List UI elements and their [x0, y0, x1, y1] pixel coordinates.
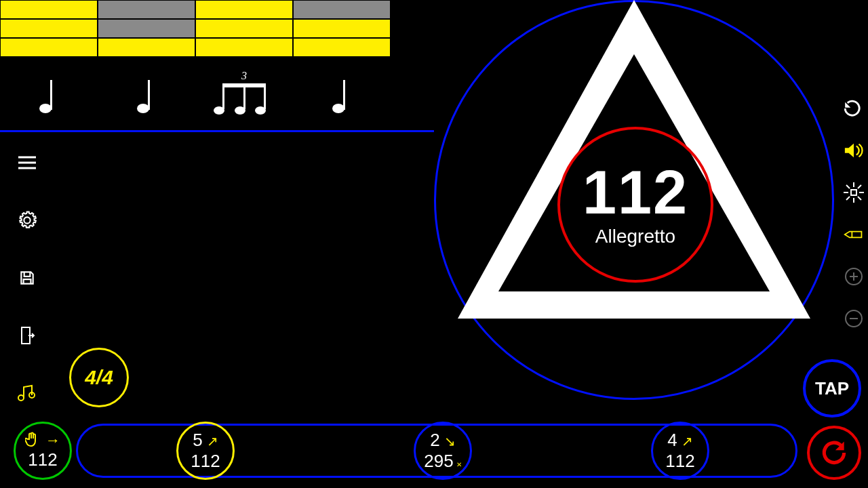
current-preset[interactable]: → 112 — [14, 422, 72, 480]
svg-text:3: 3 — [241, 71, 247, 81]
save-icon[interactable] — [17, 268, 37, 288]
arrow-up-icon: ↗ — [207, 434, 218, 449]
time-signature-label: 4/4 — [85, 366, 113, 389]
plus-icon[interactable] — [844, 266, 864, 287]
tap-label: TAP — [815, 378, 849, 399]
beat-cell[interactable] — [195, 38, 293, 57]
tap-tempo-button[interactable]: TAP — [803, 359, 861, 418]
svg-rect-21 — [851, 190, 856, 195]
current-preset-bpm: 112 — [28, 449, 57, 470]
svg-point-2 — [137, 104, 149, 113]
svg-point-12 — [332, 104, 344, 113]
tempo-bpm: 112 — [583, 162, 688, 223]
preset-bpm: 112 — [665, 451, 694, 471]
right-toolbar — [844, 98, 864, 329]
svg-rect-1 — [50, 80, 52, 110]
beat-grid[interactable] — [0, 0, 391, 57]
preset-count: 2 — [430, 430, 439, 450]
svg-point-7 — [214, 106, 224, 115]
minus-icon[interactable] — [844, 308, 864, 329]
torch-icon[interactable] — [844, 224, 864, 245]
beat-cell[interactable] — [0, 19, 98, 38]
time-signature-button[interactable]: 4/4 — [69, 348, 129, 407]
beat-cell[interactable] — [0, 0, 98, 19]
rhythm-slot[interactable] — [98, 68, 195, 122]
svg-line-29 — [858, 185, 861, 188]
tempo-name: Allegretto — [595, 226, 675, 247]
tempo-display[interactable]: 112 Allegretto — [557, 127, 713, 283]
hand-icon — [25, 432, 39, 449]
svg-rect-13 — [343, 80, 345, 110]
svg-point-0 — [39, 104, 52, 113]
songlist-icon[interactable] — [17, 383, 37, 403]
beat-cell[interactable] — [195, 0, 293, 19]
preset-count: 4 — [667, 430, 677, 450]
rhythm-slot[interactable]: 3 — [195, 68, 293, 122]
beat-cell[interactable] — [98, 19, 195, 38]
gear-icon[interactable] — [17, 210, 37, 230]
beat-cell[interactable] — [98, 38, 195, 57]
svg-point-9 — [235, 106, 245, 115]
arrow-up-icon: ↗ — [682, 434, 693, 449]
beat-cell[interactable] — [98, 0, 195, 19]
undo-icon[interactable] — [844, 98, 864, 119]
arrow-down-icon: ↘ — [444, 434, 456, 449]
svg-line-28 — [846, 197, 850, 200]
beat-cell[interactable] — [0, 38, 98, 57]
svg-rect-10 — [264, 83, 266, 109]
left-toolbar — [17, 152, 37, 403]
svg-point-11 — [255, 106, 266, 115]
rhythm-slot[interactable] — [0, 68, 98, 122]
rhythm-row[interactable]: 3 — [0, 68, 391, 122]
svg-line-27 — [858, 197, 861, 200]
svg-rect-6 — [222, 83, 224, 109]
beat-cell[interactable] — [293, 19, 391, 38]
preset-bpm: 112 — [191, 451, 220, 471]
svg-point-17 — [18, 395, 24, 401]
preset-count: 5 — [193, 430, 202, 450]
volume-icon[interactable] — [844, 140, 864, 161]
export-icon[interactable] — [17, 325, 37, 346]
svg-rect-8 — [243, 83, 245, 109]
refresh-button[interactable] — [807, 426, 861, 480]
preset-slot[interactable]: 4↗112 — [651, 422, 709, 480]
rhythm-slot[interactable] — [293, 68, 391, 122]
shuffle-icon: ✕ — [456, 461, 462, 468]
beat-cell[interactable] — [293, 38, 391, 57]
beat-cell[interactable] — [195, 19, 293, 38]
svg-rect-3 — [148, 80, 150, 110]
menu-icon[interactable] — [17, 152, 37, 173]
svg-line-26 — [846, 185, 850, 188]
arrow-right-icon: → — [45, 432, 60, 449]
flash-icon[interactable] — [844, 182, 864, 203]
preset-bpm: 295 — [424, 451, 453, 471]
preset-slot[interactable]: 5↗112 — [176, 422, 235, 480]
beat-cell[interactable] — [293, 0, 391, 19]
preset-slot[interactable]: 2↘295✕ — [414, 422, 472, 480]
